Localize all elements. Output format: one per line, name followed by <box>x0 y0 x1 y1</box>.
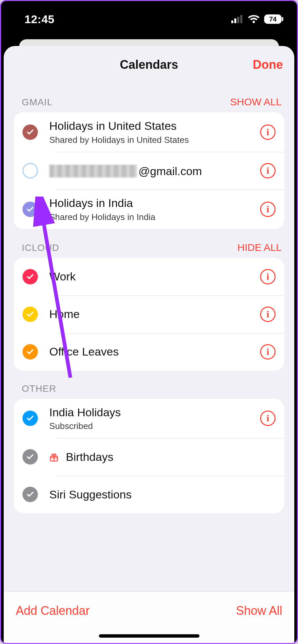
info-button[interactable]: i <box>260 307 276 322</box>
row-content: Office Leaves <box>49 345 260 359</box>
calendar-row-gmail-account[interactable]: @gmail.com i <box>14 152 284 190</box>
cellular-icon <box>231 15 243 23</box>
info-button[interactable]: i <box>260 202 276 217</box>
svg-rect-1 <box>234 18 236 23</box>
gift-icon <box>49 453 59 462</box>
row-subtitle: Subscribed <box>49 421 260 431</box>
row-title: Home <box>49 307 260 321</box>
row-content: India Holidays Subscribed <box>49 406 260 432</box>
unchecked-icon[interactable] <box>22 163 38 178</box>
checkmark-icon[interactable] <box>22 487 38 502</box>
checkmark-icon[interactable] <box>22 411 38 426</box>
row-content: @gmail.com <box>49 163 260 178</box>
row-content: Birthdays <box>49 450 276 464</box>
row-title: @gmail.com <box>49 163 260 178</box>
svg-rect-3 <box>240 15 242 23</box>
row-title: Birthdays <box>49 450 276 464</box>
info-button[interactable]: i <box>260 344 276 360</box>
show-all-button[interactable]: Show All <box>236 604 282 618</box>
row-title-text: Birthdays <box>66 450 113 463</box>
info-button[interactable]: i <box>260 411 276 426</box>
row-content: Holidays in India Shared by Holidays in … <box>49 196 260 222</box>
row-subtitle: Shared by Holidays in United States <box>49 135 260 145</box>
status-time: 12:45 <box>24 13 54 26</box>
checkmark-icon[interactable] <box>22 344 38 360</box>
section-label-gmail: GMAIL <box>22 97 53 108</box>
row-content: Work <box>49 270 260 283</box>
checkmark-icon[interactable] <box>22 124 38 140</box>
section-head-icloud: ICLOUD HIDE ALL <box>4 229 294 258</box>
info-button[interactable]: i <box>260 163 276 178</box>
svg-rect-2 <box>237 17 239 23</box>
status-bar: 12:45 74 <box>1 1 297 37</box>
home-indicator <box>99 634 199 638</box>
calendar-row-siri[interactable]: Siri Suggestions <box>14 476 284 513</box>
wifi-icon <box>248 15 259 23</box>
checkmark-icon[interactable] <box>22 269 38 284</box>
show-all-gmail-button[interactable]: SHOW ALL <box>230 96 282 108</box>
sheet-header: Calendars Done <box>4 46 294 84</box>
row-content: Siri Suggestions <box>49 488 276 501</box>
done-button[interactable]: Done <box>253 58 283 72</box>
hide-all-icloud-button[interactable]: HIDE ALL <box>237 242 282 253</box>
checkmark-icon[interactable] <box>22 449 38 465</box>
row-subtitle: Shared by Holidays in India <box>49 212 260 222</box>
group-other: India Holidays Subscribed i B <box>14 399 284 514</box>
row-title: Holidays in India <box>49 196 260 210</box>
checkmark-icon[interactable] <box>22 307 38 322</box>
battery-icon: 74 <box>264 14 282 24</box>
row-title: India Holidays <box>49 406 260 419</box>
group-icloud: Work i Home i <box>14 258 284 371</box>
sheet-title: Calendars <box>120 58 178 72</box>
calendar-row-office-leaves[interactable]: Office Leaves i <box>14 333 284 371</box>
svg-rect-0 <box>231 20 233 23</box>
info-button[interactable]: i <box>260 269 276 284</box>
row-title: Holidays in United States <box>49 119 260 133</box>
info-button[interactable]: i <box>260 124 276 140</box>
section-label-other: OTHER <box>22 383 56 394</box>
email-domain: @gmail.com <box>138 165 202 177</box>
status-right: 74 <box>231 14 282 24</box>
checkmark-icon[interactable] <box>22 202 38 217</box>
device-screen: 12:45 74 Calendars Done GMAIL SHOW ALL <box>1 1 297 643</box>
calendar-row-birthdays[interactable]: Birthdays <box>14 438 284 476</box>
section-head-other: OTHER <box>4 371 294 399</box>
sheet-body[interactable]: GMAIL SHOW ALL Holidays in United States… <box>4 84 294 643</box>
row-title: Work <box>49 270 260 283</box>
row-content: Home <box>49 307 260 321</box>
calendar-row-home[interactable]: Home i <box>14 296 284 333</box>
add-calendar-button[interactable]: Add Calendar <box>16 604 90 618</box>
row-title: Office Leaves <box>49 345 260 359</box>
section-head-gmail: GMAIL SHOW ALL <box>4 84 294 112</box>
group-gmail: Holidays in United States Shared by Holi… <box>14 112 284 229</box>
calendar-row-india-holidays-sub[interactable]: India Holidays Subscribed i <box>14 399 284 438</box>
section-label-icloud: ICLOUD <box>22 243 59 253</box>
calendar-row-us-holidays[interactable]: Holidays in United States Shared by Holi… <box>14 112 284 152</box>
row-title: Siri Suggestions <box>49 488 276 501</box>
calendar-row-work[interactable]: Work i <box>14 258 284 296</box>
redacted-text <box>49 165 137 177</box>
calendars-sheet: Calendars Done GMAIL SHOW ALL Holidays i… <box>4 46 294 643</box>
bottom-toolbar: Add Calendar Show All <box>4 591 294 643</box>
spacer <box>4 513 294 567</box>
row-content: Holidays in United States Shared by Holi… <box>49 119 260 145</box>
calendar-row-india-holidays[interactable]: Holidays in India Shared by Holidays in … <box>14 190 284 229</box>
